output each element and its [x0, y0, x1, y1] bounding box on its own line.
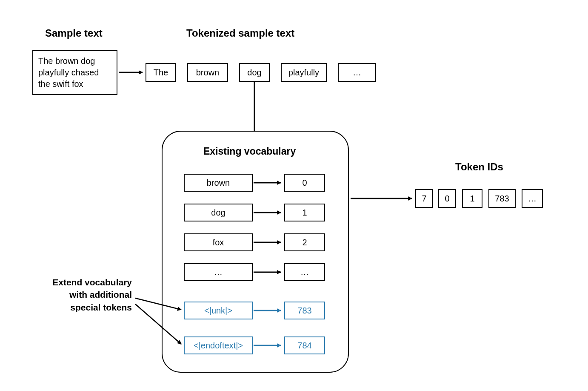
side-label-line-3: special tokens	[34, 301, 132, 313]
sample-line-1: The brown dog	[38, 55, 111, 67]
side-label-line-1: Extend vocabulary	[34, 276, 132, 288]
tokenid-7: 7	[415, 189, 433, 208]
heading-sample-text: Sample text	[45, 27, 103, 39]
heading-existing-vocab: Existing vocabulary	[203, 146, 296, 157]
side-label-line-2: with additional	[34, 288, 132, 301]
token-ellipsis: …	[338, 63, 376, 82]
sample-line-3: the swift fox	[38, 78, 111, 90]
sample-line-2: playfully chased	[38, 67, 111, 78]
tokenid-783: 783	[488, 189, 516, 208]
heading-token-ids: Token IDs	[455, 161, 503, 173]
vocab-id-783: 783	[284, 302, 325, 319]
heading-tokenized: Tokenized sample text	[186, 27, 294, 39]
sample-text-box: The brown dog playfully chased the swift…	[32, 50, 117, 95]
token-playfully: playfully	[281, 63, 327, 82]
tokenid-1: 1	[462, 189, 482, 208]
side-label-extend-vocab: Extend vocabulary with additional specia…	[34, 276, 132, 313]
tokenid-ellipsis: …	[522, 189, 543, 208]
vocab-id-784: 784	[284, 336, 325, 354]
vocab-word-ellipsis: …	[184, 263, 253, 281]
vocab-id-1: 1	[284, 204, 325, 221]
vocab-word-brown: brown	[184, 174, 253, 192]
vocab-word-dog: dog	[184, 204, 253, 221]
tokenid-0: 0	[438, 189, 456, 208]
token-brown: brown	[187, 63, 228, 82]
vocab-id-ellipsis: …	[284, 263, 325, 281]
vocab-word-endoftext: <|endoftext|>	[184, 336, 253, 354]
vocab-id-0: 0	[284, 174, 325, 192]
token-the: The	[146, 63, 176, 82]
token-dog: dog	[239, 63, 270, 82]
vocab-id-2: 2	[284, 233, 325, 251]
vocab-word-fox: fox	[184, 233, 253, 251]
vocab-word-unk: <|unk|>	[184, 302, 253, 319]
